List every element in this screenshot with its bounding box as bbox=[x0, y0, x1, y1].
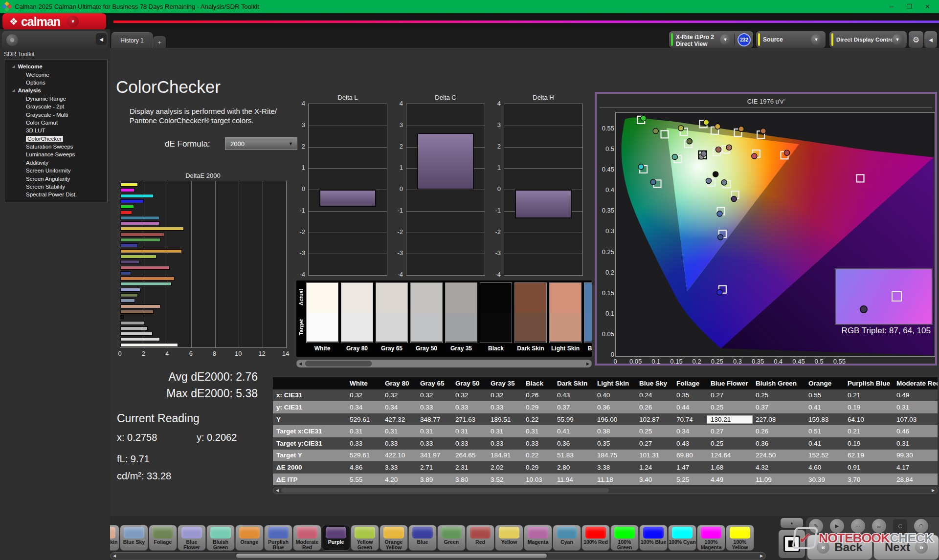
meter-dropdown[interactable]: X-Rite i1Pro 2 Direct View ▼ 232 bbox=[669, 31, 753, 48]
table-cell: 1.47 bbox=[673, 464, 707, 471]
sidebar-item-grayscale-2pt[interactable]: Grayscale - 2pt bbox=[4, 103, 107, 110]
display-control-dropdown[interactable]: Direct Display Control ▼ bbox=[829, 31, 907, 48]
add-tab-button[interactable]: + bbox=[153, 36, 166, 48]
sidebar-item-welcome[interactable]: ◢Welcome bbox=[4, 63, 107, 70]
patch-button-100-magenta[interactable]: 100% Magenta bbox=[697, 525, 725, 551]
sidebar-item-3d-lut[interactable]: 3D LUT bbox=[4, 127, 107, 134]
strip-up-button[interactable]: ▲ bbox=[781, 518, 803, 528]
patch-button-orange-yellow[interactable]: Orange Yellow bbox=[380, 525, 408, 551]
sidebar-collapse-button[interactable]: ◀ bbox=[96, 33, 107, 45]
sidebar-item-luminance-sweeps[interactable]: Luminance Sweeps bbox=[4, 151, 107, 158]
table-cell: 0.34 bbox=[673, 428, 707, 435]
source-status-bar bbox=[758, 33, 760, 46]
patch-button-foliage[interactable]: Foliage bbox=[149, 525, 177, 551]
sidebar-item-analysis[interactable]: ◢Analysis bbox=[4, 86, 107, 94]
gear-icon: ⚙ bbox=[913, 35, 919, 44]
patch-button-yellow[interactable]: Yellow bbox=[495, 525, 523, 551]
table-scroll-thumb[interactable] bbox=[281, 488, 609, 493]
deltah-ylabels: 43210-1-2-3-4 bbox=[488, 104, 502, 276]
table-scrollbar[interactable]: ◀ ▶ bbox=[273, 487, 938, 494]
scroll-left-icon[interactable]: ◀ bbox=[296, 362, 304, 366]
patch-button-magenta[interactable]: Magenta bbox=[524, 525, 552, 551]
table-cell: 0.25 bbox=[707, 404, 752, 411]
avg-de2000: Avg dE2000: 2.76 bbox=[116, 370, 258, 384]
sidebar-item-welcome[interactable]: Welcome bbox=[4, 70, 107, 78]
patch-button-purplish-blue[interactable]: Purplish Blue bbox=[264, 525, 292, 551]
scroll-left-icon[interactable]: ◀ bbox=[111, 554, 118, 558]
patch-button-green[interactable]: Green bbox=[437, 525, 466, 551]
patch-button-moderate-red[interactable]: Moderate Red bbox=[293, 525, 321, 551]
patch-button-blue-flower[interactable]: Blue Flower bbox=[178, 525, 206, 551]
expand-icon[interactable]: ◢ bbox=[12, 88, 15, 92]
sidebar-item-screen-angularity[interactable]: Screen Angularity bbox=[4, 174, 107, 182]
patch-scroll-thumb[interactable] bbox=[236, 554, 547, 558]
footer-icon-2[interactable]: ⋯ bbox=[851, 519, 865, 533]
settings-button[interactable]: ⚙ bbox=[909, 31, 923, 48]
measured-dot-marker bbox=[860, 305, 868, 313]
source-dropdown[interactable]: Source ▼ bbox=[756, 31, 826, 48]
minimize-button[interactable]: ─ bbox=[889, 3, 894, 10]
patch-button-100-yellow[interactable]: 100% Yellow bbox=[726, 525, 754, 551]
chevron-down-icon: ▼ bbox=[720, 34, 731, 45]
scroll-right-icon[interactable]: ▶ bbox=[758, 554, 765, 558]
next-button[interactable]: Next » bbox=[873, 535, 939, 560]
footer-icon-1[interactable]: ▶ bbox=[830, 519, 844, 533]
patch-button-cyan[interactable]: Cyan bbox=[553, 525, 581, 551]
footer-icon-3[interactable]: ∞ bbox=[872, 519, 886, 533]
patch-button-blue[interactable]: Blue bbox=[408, 525, 437, 551]
sidebar-item-color-gamut[interactable]: Color Gamut bbox=[4, 119, 107, 127]
calman-menu-button[interactable]: ❖ calman ▼ bbox=[2, 13, 106, 30]
patch-scrollbar[interactable]: ◀ ▶ bbox=[110, 552, 766, 560]
sidebar-item-additivity[interactable]: Additivity bbox=[4, 159, 107, 167]
footer-icon-5[interactable]: ◠ bbox=[914, 519, 928, 533]
scroll-right-icon[interactable]: ▶ bbox=[929, 488, 937, 493]
patch-button-red[interactable]: Red bbox=[466, 525, 494, 551]
deltae-bar-gray-50 bbox=[120, 326, 148, 330]
compare-swatch-white: White bbox=[306, 282, 338, 352]
sidebar-item-dynamic-range[interactable]: Dynamic Range bbox=[4, 95, 107, 103]
scroll-left-icon[interactable]: ◀ bbox=[273, 488, 281, 493]
table-cell: 4.60 bbox=[805, 464, 844, 471]
sidebar-item-colorchecker[interactable]: ColorChecker bbox=[4, 135, 107, 143]
patch-button-100-blue[interactable]: 100% Blue bbox=[639, 525, 668, 551]
patch-button-orange[interactable]: Orange bbox=[235, 525, 264, 551]
sidebar-item-grayscale-multi[interactable]: Grayscale - Multi bbox=[4, 110, 107, 118]
patch-button-100-red[interactable]: 100% Red bbox=[581, 525, 610, 551]
sidebar-item-spectral-power-dist-[interactable]: Spectral Power Dist. bbox=[4, 191, 107, 198]
footer-icon-4[interactable]: C bbox=[893, 519, 907, 533]
reading-x: x: 0.2758 bbox=[117, 432, 157, 443]
swatch-scrollbar[interactable]: ◀ ▶ bbox=[296, 360, 592, 367]
patch-button-100-green[interactable]: 100% Green bbox=[610, 525, 639, 551]
footer-icon-0[interactable]: ✎ bbox=[809, 519, 823, 533]
patch-button-light-skin[interactable]: Light Skin bbox=[110, 525, 119, 551]
table-cell: 5.55 bbox=[346, 476, 381, 483]
layout-stop-button[interactable] bbox=[779, 530, 805, 558]
patch-button-label: 100% Blue bbox=[640, 538, 667, 545]
table-cell: 4.86 bbox=[346, 464, 381, 471]
highlighted-cell[interactable]: 130.21 bbox=[707, 416, 752, 423]
swatch-scroll-thumb[interactable] bbox=[305, 361, 372, 366]
sidebar-item-screen-uniformity[interactable]: Screen Uniformity bbox=[4, 167, 107, 174]
sidebar-item-options[interactable]: Options bbox=[4, 79, 107, 86]
patch-button-purple[interactable]: Purple bbox=[322, 525, 350, 551]
deltae-bar-purple bbox=[120, 260, 139, 264]
patch-button-blue-sky[interactable]: Blue Sky bbox=[120, 525, 148, 551]
sidebar-item-screen-stability[interactable]: Screen Stability bbox=[4, 183, 107, 191]
table-cell: 0.31 bbox=[452, 428, 487, 435]
tab-history-1[interactable]: History 1 bbox=[112, 32, 153, 48]
maximize-button[interactable]: ❐ bbox=[906, 3, 912, 10]
de-formula-select[interactable]: 2000 ▼ bbox=[225, 137, 297, 150]
table-cell: 0.91 bbox=[844, 464, 893, 471]
back-button[interactable]: « Back bbox=[807, 535, 872, 560]
patch-button-100-cyan[interactable]: 100% Cyan bbox=[668, 525, 696, 551]
sidebar-record-button[interactable] bbox=[6, 34, 18, 46]
patch-button-bluish-green[interactable]: Bluish Green bbox=[206, 525, 235, 551]
close-button[interactable]: ✕ bbox=[925, 3, 930, 10]
table-cell: 0.26 bbox=[752, 428, 805, 435]
sidebar-item-saturation-sweeps[interactable]: Saturation Sweeps bbox=[4, 143, 107, 151]
patch-button-yellow-green[interactable]: Yellow Green bbox=[351, 525, 379, 551]
scroll-right-icon[interactable]: ▶ bbox=[584, 362, 592, 366]
meter-count-badge[interactable]: 232 bbox=[738, 33, 751, 46]
expand-icon[interactable]: ◢ bbox=[12, 65, 15, 68]
panel-collapse-button[interactable]: ◀ bbox=[924, 31, 937, 48]
